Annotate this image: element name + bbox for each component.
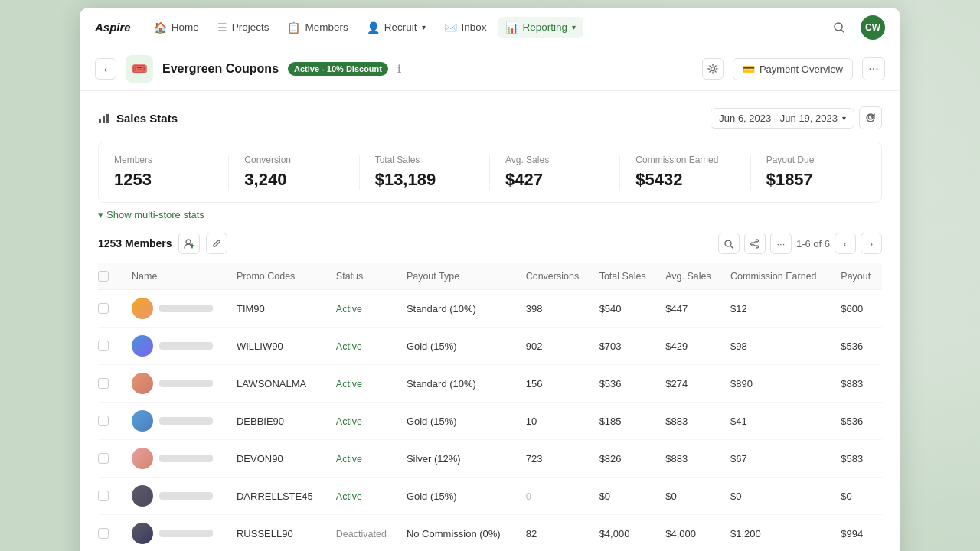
refresh-icon (865, 112, 876, 123)
col-payout-type: Payout Type (400, 263, 520, 290)
nav-projects[interactable]: ☰ Projects (210, 17, 277, 38)
payout: $0 (835, 478, 882, 515)
promo-code: LAWSONALMA (230, 365, 330, 403)
avatar (132, 410, 153, 432)
table-row: WILLIW90 Active Gold (15%) 902 $703 $429… (98, 328, 882, 365)
add-member-button[interactable] (178, 233, 200, 254)
total-sales: $703 (593, 328, 660, 365)
settings-button[interactable] (702, 58, 724, 80)
promo-code: DEBBIE90 (230, 403, 330, 440)
promo-code: DARRELLSTE45 (230, 478, 330, 515)
conversions: 398 (520, 290, 593, 328)
avatar (132, 335, 153, 357)
payout-type: Gold (15%) (400, 403, 520, 440)
payout: $600 (835, 290, 882, 328)
svg-point-13 (751, 243, 753, 245)
avg-sales: $883 (659, 440, 724, 478)
search-button[interactable] (827, 15, 851, 40)
svg-point-2 (710, 67, 714, 71)
conversions: 902 (520, 328, 593, 365)
chart-icon (98, 112, 110, 124)
show-multistore-link[interactable]: ▾ Show multi-store stats (98, 209, 882, 220)
avg-sales: $883 (659, 403, 724, 440)
payout-type: Standard (10%) (400, 365, 520, 403)
status-badge: Active (336, 379, 362, 390)
select-all-checkbox[interactable] (98, 271, 109, 282)
col-status: Status (330, 263, 400, 290)
members-title: 1253 Members (98, 233, 227, 254)
avg-sales: $274 (659, 365, 724, 403)
date-picker: Jun 6, 2023 - Jun 19, 2023 ▾ (710, 106, 882, 129)
avg-sales: $0 (659, 478, 724, 515)
date-range-selector[interactable]: Jun 6, 2023 - Jun 19, 2023 ▾ (710, 108, 854, 129)
svg-line-10 (730, 246, 733, 248)
reporting-icon: 📊 (505, 21, 518, 34)
info-icon[interactable]: ℹ (397, 63, 401, 75)
payout-type: No Commission (0%) (400, 515, 520, 552)
avg-sales: $4,000 (659, 515, 724, 552)
edit-icon (211, 238, 222, 249)
payout-type: Standard (10%) (400, 290, 520, 328)
payout: $583 (835, 440, 882, 478)
nav-recruit[interactable]: 👤 Recruit ▾ (359, 17, 433, 38)
nav-inbox[interactable]: ✉️ Inbox (436, 17, 495, 38)
main-nav: Aspire 🏠 Home ☰ Projects 📋 Members 👤 Rec… (80, 8, 900, 47)
payment-overview-button[interactable]: 💳 Payment Overview (733, 58, 853, 80)
total-sales: $826 (593, 440, 660, 478)
status-badge: Active (336, 416, 362, 427)
status-badge: Active (336, 454, 362, 465)
row-checkbox-1[interactable] (98, 341, 109, 351)
commission-earned: $41 (724, 403, 835, 440)
row-checkbox-4[interactable] (98, 453, 109, 464)
commission-earned: $98 (724, 328, 835, 365)
nav-reporting[interactable]: 📊 Reporting ▾ (498, 17, 584, 38)
chevron-down-icon: ▾ (422, 23, 426, 31)
svg-point-12 (756, 246, 759, 248)
table-row: DEBBIE90 Active Gold (15%) 10 $185 $883 … (98, 403, 882, 440)
more-options-button[interactable]: ··· (862, 57, 885, 80)
table-row: TIM90 Active Standard (10%) 398 $540 $44… (98, 290, 882, 328)
col-name: Name (126, 263, 230, 290)
table-search-button[interactable] (718, 233, 740, 254)
members-actions: ··· 1-6 of 6 ‹ › (718, 233, 882, 254)
row-checkbox-5[interactable] (98, 491, 109, 501)
commission-earned: $890 (724, 365, 835, 403)
refresh-button[interactable] (859, 106, 882, 129)
row-checkbox-3[interactable] (98, 416, 109, 426)
nav-home[interactable]: 🏠 Home (146, 17, 207, 38)
status-badge: Active (336, 304, 362, 315)
promo-code: DEVON90 (230, 440, 330, 478)
conversions: 156 (520, 365, 593, 403)
avatar (132, 373, 153, 394)
prev-page-button[interactable]: ‹ (835, 233, 856, 254)
edit-button[interactable] (206, 233, 227, 254)
more-table-options[interactable]: ··· (770, 233, 792, 254)
avatar (132, 485, 153, 507)
user-avatar[interactable]: CW (861, 15, 885, 40)
table-row: DARRELLSTE45 Active Gold (15%) 0 $0 $0 $… (98, 478, 882, 515)
row-checkbox-0[interactable] (98, 303, 109, 314)
total-sales: $185 (593, 403, 660, 440)
payout-type: Gold (15%) (400, 328, 520, 365)
row-checkbox-2[interactable] (98, 378, 109, 389)
row-checkbox-6[interactable] (98, 528, 109, 539)
status-badge: Deactivated (336, 529, 387, 540)
stat-payout-due: Payout Due $1857 (751, 155, 881, 190)
nav-members[interactable]: 📋 Members (279, 17, 355, 38)
member-name-blur (159, 455, 213, 462)
back-button[interactable]: ‹ (95, 58, 116, 80)
svg-line-15 (753, 244, 756, 246)
share-button[interactable] (744, 233, 766, 254)
avg-sales: $429 (659, 328, 724, 365)
payment-icon: 💳 (743, 64, 755, 75)
next-page-button[interactable]: › (861, 233, 882, 254)
table-header-row: Name Promo Codes Status Payout Type Conv… (98, 263, 882, 290)
stats-grid: Members 1253 Conversion 3,240 Total Sale… (98, 142, 882, 203)
payout-type: Gold (15%) (400, 478, 520, 515)
total-sales: $0 (593, 478, 660, 515)
member-name-blur (159, 530, 213, 537)
payout: $883 (835, 365, 882, 403)
col-commission: Commission Earned (724, 263, 835, 290)
member-cell (132, 448, 224, 469)
member-name-blur (159, 342, 213, 350)
